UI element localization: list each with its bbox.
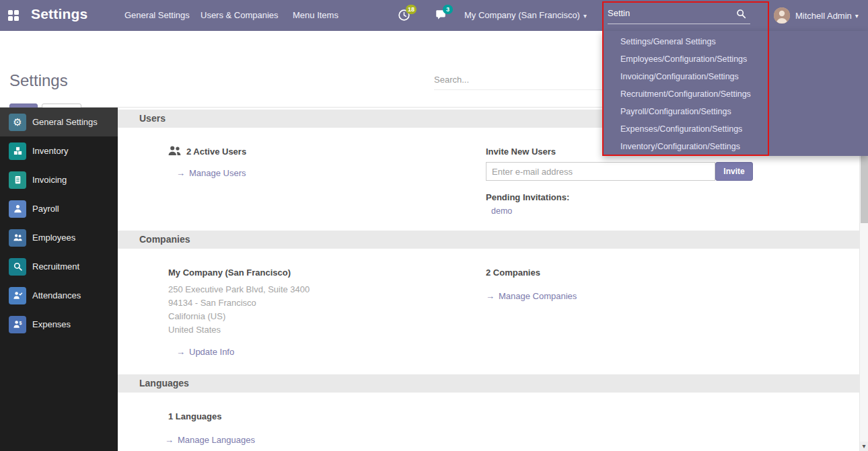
manage-languages-link[interactable]: →Manage Languages: [165, 435, 255, 445]
page-title: Settings: [9, 71, 68, 90]
sidebar-item-label: Invoicing: [32, 175, 67, 185]
company-switcher-label: My Company (San Francisco): [464, 10, 580, 20]
chevron-down-icon: ▾: [583, 12, 587, 19]
arrow-right-icon: →: [176, 347, 185, 357]
user-name: Mitchell Admin: [795, 11, 852, 21]
payroll-person-icon: [9, 200, 26, 218]
recruitment-magnifier-icon: [9, 258, 26, 276]
arrow-right-icon: →: [176, 168, 185, 178]
update-info-label: Update Info: [189, 347, 234, 357]
settings-content: Users 2 Active Users →Manage Users Invit…: [118, 108, 859, 451]
apps-grid-icon[interactable]: [7, 9, 20, 22]
nav-general-settings[interactable]: General Settings: [124, 10, 190, 20]
invite-email-input[interactable]: [486, 162, 715, 181]
companies-count: 2 Companies: [486, 268, 540, 278]
company-switcher[interactable]: My Company (San Francisco)▾: [464, 10, 587, 20]
search-result-item[interactable]: Recruitment/Configuration/Settings: [602, 85, 868, 103]
gear-icon: ⚙: [9, 114, 26, 131]
search-result-item[interactable]: Payroll/Configuration/Settings: [602, 103, 868, 120]
sidebar-item-label: Expenses: [32, 319, 71, 329]
section-title: Companies: [139, 231, 190, 249]
activity-clock-icon[interactable]: 18: [398, 9, 411, 22]
languages-count: 1 Languages: [168, 411, 221, 421]
svg-text:$: $: [19, 321, 22, 326]
top-navbar: Settings General Settings Users & Compan…: [0, 0, 868, 31]
search-result-item[interactable]: Inventory/Configuration/Settings: [602, 138, 868, 155]
employees-group-icon: [9, 229, 26, 247]
sidebar-item-general-settings[interactable]: ⚙ General Settings: [0, 108, 118, 136]
avatar: [774, 7, 790, 24]
manage-companies-link[interactable]: →Manage Companies: [486, 291, 577, 301]
message-count-badge: 3: [443, 5, 453, 14]
pending-invitee-demo[interactable]: demo: [491, 206, 512, 216]
arrow-right-icon: →: [165, 435, 174, 445]
company-address-line: 250 Executive Park Blvd, Suite 3400: [168, 284, 310, 294]
invite-new-users-title: Invite New Users: [486, 147, 556, 157]
sidebar-item-label: Recruitment: [32, 261, 79, 272]
sidebar-item-recruitment[interactable]: Recruitment: [0, 252, 118, 281]
app-title[interactable]: Settings: [31, 6, 87, 22]
sidebar-item-label: General Settings: [32, 117, 98, 127]
active-users-count: 2 Active Users: [186, 147, 246, 157]
manage-companies-label: Manage Companies: [499, 291, 577, 301]
activity-count-badge: 18: [406, 5, 417, 14]
sidebar-item-payroll[interactable]: Payroll: [0, 194, 118, 223]
pending-invitations-label: Pending Invitations:: [486, 192, 569, 202]
scrollbar-thumb[interactable]: [861, 156, 868, 223]
company-address-line: United States: [168, 325, 221, 335]
settings-sidebar: ⚙ General Settings Inventory Invoicing P…: [0, 108, 118, 451]
search-result-item[interactable]: Settings/General Settings: [602, 33, 868, 50]
messages-bubble-icon[interactable]: 3: [435, 9, 448, 22]
sidebar-item-expenses[interactable]: $ Expenses: [0, 310, 118, 339]
sidebar-item-label: Payroll: [32, 204, 59, 214]
user-menu[interactable]: Mitchell Admin ▾: [774, 7, 859, 24]
search-results-dropdown: Settings/General Settings Employees/Conf…: [602, 31, 868, 156]
attendance-person-check-icon: [9, 287, 26, 304]
company-address-line: California (US): [168, 311, 225, 321]
arrow-right-icon: →: [486, 291, 495, 301]
manage-languages-label: Manage Languages: [178, 435, 255, 445]
inventory-boxes-icon: [9, 142, 26, 160]
nav-menu-items[interactable]: Menu Items: [293, 10, 338, 20]
invoice-document-icon: [9, 171, 26, 189]
section-title: Languages: [139, 374, 189, 393]
section-header-companies: Companies: [118, 231, 859, 249]
invite-button[interactable]: Invite: [715, 162, 753, 181]
section-title: Users: [139, 110, 166, 128]
expenses-person-dollar-icon: $: [9, 316, 26, 333]
sidebar-item-label: Employees: [32, 233, 75, 243]
manage-users-link[interactable]: →Manage Users: [176, 168, 246, 178]
navbar-search-input[interactable]: [608, 3, 729, 22]
company-name: My Company (San Francisco): [168, 268, 291, 278]
navbar-search-box: [608, 3, 750, 24]
sidebar-item-label: Attendances: [32, 290, 81, 300]
manage-users-label: Manage Users: [189, 168, 246, 178]
nav-users-companies[interactable]: Users & Companies: [201, 10, 279, 20]
section-header-languages: Languages: [118, 374, 859, 393]
sidebar-item-attendances[interactable]: Attendances: [0, 281, 118, 310]
sidebar-item-label: Inventory: [32, 146, 68, 156]
scrollbar-down-arrow[interactable]: ▾: [860, 442, 868, 451]
company-address-line: 94134 - San Francisco: [168, 298, 256, 308]
search-result-item[interactable]: Invoicing/Configuration/Settings: [602, 68, 868, 85]
sidebar-item-invoicing[interactable]: Invoicing: [0, 165, 118, 194]
sidebar-item-inventory[interactable]: Inventory: [0, 136, 118, 165]
search-result-item[interactable]: Employees/Configuration/Settings: [602, 50, 868, 68]
update-info-link[interactable]: →Update Info: [176, 347, 234, 357]
search-icon[interactable]: [736, 9, 746, 22]
search-result-item[interactable]: Expenses/Configuration/Settings: [602, 120, 868, 138]
sidebar-item-employees[interactable]: Employees: [0, 223, 118, 252]
chevron-down-icon: ▾: [855, 12, 859, 19]
